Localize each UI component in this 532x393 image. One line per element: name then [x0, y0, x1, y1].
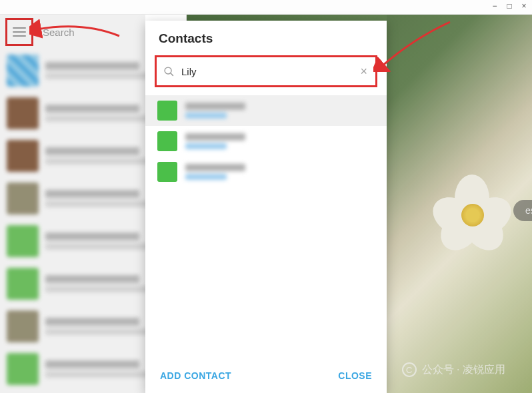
search-icon: [163, 66, 175, 77]
maximize-button[interactable]: □: [505, 2, 513, 10]
watermark-badge-icon: C: [402, 362, 417, 377]
start-messaging-chip[interactable]: essaging: [513, 200, 532, 221]
svg-point-0: [165, 67, 171, 74]
close-window-button[interactable]: ×: [520, 2, 528, 10]
hamburger-highlight: [5, 18, 33, 46]
sidebar-search-placeholder[interactable]: Search: [43, 27, 75, 38]
modal-title: Contacts: [145, 21, 387, 55]
contacts-search-row: ×: [155, 55, 377, 87]
watermark-text: 公众号 · 凌锐应用: [422, 363, 505, 377]
close-modal-button[interactable]: CLOSE: [338, 370, 372, 381]
contact-result[interactable]: [145, 126, 387, 157]
contact-result[interactable]: [145, 95, 387, 126]
window-controls: − □ ×: [491, 2, 528, 10]
contacts-search-input[interactable]: [181, 66, 352, 77]
title-bar: − □ ×: [0, 0, 532, 15]
watermark: C 公众号 · 凌锐应用: [402, 362, 505, 377]
contact-result[interactable]: [145, 157, 387, 187]
svg-line-1: [171, 73, 173, 75]
background-flower: [432, 175, 512, 254]
menu-icon[interactable]: [13, 27, 26, 37]
clear-search-icon[interactable]: ×: [359, 65, 369, 79]
modal-footer: ADD CONTACT CLOSE: [145, 360, 387, 393]
avatar: [157, 131, 177, 151]
contacts-results: [145, 95, 387, 187]
avatar: [157, 101, 177, 121]
contacts-modal: Contacts ×: [145, 21, 387, 393]
minimize-button[interactable]: −: [491, 2, 499, 10]
avatar: [157, 162, 177, 182]
add-contact-button[interactable]: ADD CONTACT: [160, 370, 231, 381]
